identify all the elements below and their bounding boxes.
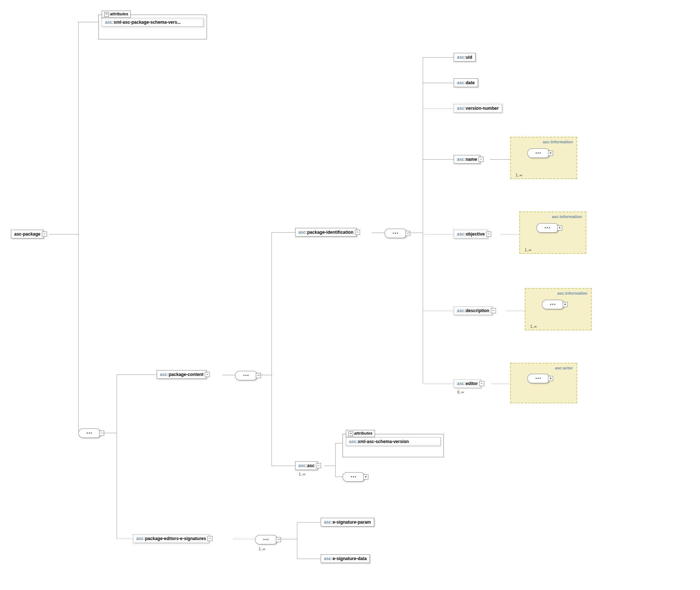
node-asc-package[interactable]: asc-package − (11, 230, 44, 238)
node-objective[interactable]: asc:objective − (454, 230, 488, 238)
collapse-icon[interactable]: − (316, 463, 321, 468)
collapse-icon[interactable]: − (205, 372, 210, 377)
expand-icon[interactable]: + (548, 151, 553, 156)
node-uid[interactable]: asc:uid (454, 53, 476, 62)
expand-icon[interactable]: + (557, 225, 562, 230)
sequence-connector: − (78, 428, 101, 438)
expand-icon[interactable]: + (363, 474, 368, 480)
attributes-header: −attributes (346, 430, 375, 437)
attributes-header: −attributes (102, 11, 131, 18)
collapse-icon[interactable]: − (256, 373, 261, 378)
group-information-description: asc:information + (525, 288, 592, 330)
collapse-icon[interactable]: − (276, 537, 281, 542)
node-e-signature-data[interactable]: asc:e-signature-data (321, 554, 370, 563)
node-version-number[interactable]: asc:version-number (454, 104, 502, 113)
node-editor[interactable]: asc:editor − (454, 379, 481, 388)
cardinality: 0..∞ (457, 390, 464, 394)
attr-xml-asc-package-schema-version[interactable]: asc:xml-asc-package-schema-vers... (102, 18, 204, 27)
group-information-name: asc:information + (510, 137, 577, 179)
node-asc-asc[interactable]: asc:asc − (295, 461, 318, 470)
attr-xml-asc-schema-version[interactable]: asc:xml-asc-schema-version (346, 437, 441, 446)
sequence-connector: + (527, 148, 550, 158)
collapse-icon[interactable]: − (42, 232, 47, 237)
cardinality: 1..∞ (530, 325, 537, 329)
cardinality: 1..∞ (525, 248, 531, 252)
sequence-connector: + (542, 300, 564, 309)
collapse-icon[interactable]: − (405, 231, 410, 236)
group-actor: asc:actor + (510, 363, 577, 403)
attributes-box-asc: −attributes asc:xml-asc-schema-version (343, 434, 444, 457)
node-package-content[interactable]: asc:package-content − (157, 370, 207, 379)
collapse-icon[interactable]: − (207, 536, 212, 541)
expand-icon[interactable]: + (563, 302, 568, 307)
sequence-connector: + (527, 374, 550, 383)
node-date[interactable]: asc:date (454, 78, 478, 87)
collapse-icon[interactable]: − (355, 230, 360, 235)
sequence-connector: − (235, 371, 258, 380)
expand-icon[interactable]: + (548, 376, 553, 381)
cardinality: 1..∞ (259, 547, 265, 551)
collapse-icon[interactable]: − (486, 232, 491, 237)
collapse-icon[interactable]: − (478, 157, 484, 162)
cardinality: 1..∞ (299, 472, 305, 476)
cardinality: 1..∞ (516, 173, 522, 177)
collapse-icon[interactable]: − (479, 381, 484, 386)
sequence-connector: + (536, 223, 559, 233)
schema-diagram: asc-package − −attributes asc:xml-asc-pa… (7, 7, 692, 583)
collapse-icon[interactable]: − (99, 431, 104, 436)
sequence-connector: − (255, 535, 278, 544)
collapse-icon[interactable]: − (491, 308, 496, 313)
sequence-connector: − (384, 229, 407, 238)
node-package-editors-e-signatures[interactable]: asc:package-editors-e-signatures − (133, 534, 209, 543)
node-e-signature-param[interactable]: asc:e-signature-param (321, 518, 374, 527)
node-package-identification[interactable]: asc:package-identification − (295, 228, 357, 237)
group-information-objective: asc:information + (519, 211, 586, 254)
attributes-box: −attributes asc:xml-asc-package-schema-v… (98, 15, 207, 39)
sequence-connector: + (343, 472, 365, 482)
node-description[interactable]: asc:description − (454, 306, 493, 315)
node-name[interactable]: asc:name − (454, 155, 480, 164)
